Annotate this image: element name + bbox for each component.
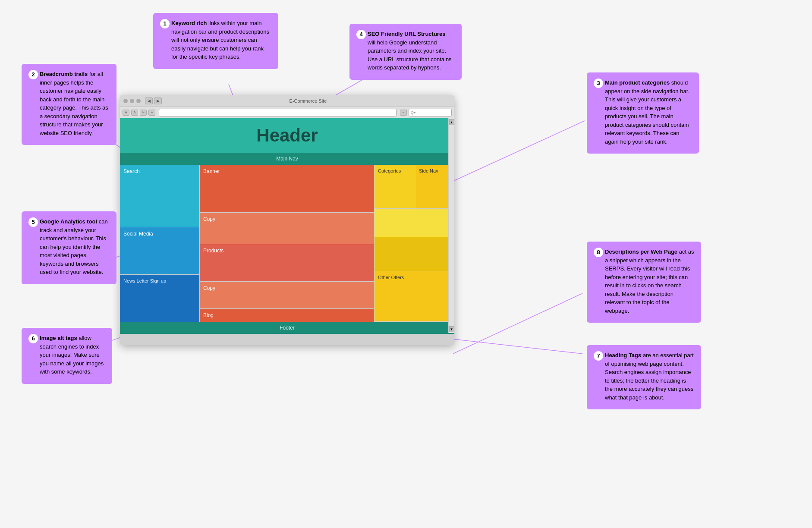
browser-title: E-Commerce Site — [165, 98, 451, 104]
callout-number-8: 8 — [594, 248, 603, 257]
right-column: Categories Side Nav Other Offers — [375, 165, 454, 322]
main-nav: Main Nav — [120, 153, 454, 165]
right-mid-bottom — [375, 237, 454, 272]
copy-top-section: Copy — [200, 213, 374, 244]
browser-window: ◀ ▶ E-Commerce Site A A ✂ + − Q▾ Header … — [120, 95, 454, 345]
banner-section: Banner — [200, 165, 374, 213]
callout-4: 4 SEO Friendly URL Structures will help … — [349, 24, 462, 80]
center-column: Banner Copy Products Copy Blog — [200, 165, 375, 322]
callout-6: 6 Image alt tags allow search engines to… — [22, 328, 112, 384]
toolbar-btn-scissors[interactable]: ✂ — [140, 110, 147, 116]
callout-2: 2 Breadcrumb trails for all inner pages … — [22, 64, 116, 145]
toolbar-btn-plus[interactable]: + — [148, 110, 155, 116]
callout-6-text: Image alt tags allow search engines to i… — [40, 334, 105, 376]
callout-1-text: Keyword rich links within your main navi… — [171, 19, 271, 61]
callout-number-1: 1 — [160, 19, 170, 28]
newsletter-section: News Letter Sign up — [120, 275, 199, 322]
svg-line-2 — [453, 121, 585, 181]
products-section: Products — [200, 244, 374, 282]
browser-search-box[interactable]: Q▾ — [409, 109, 452, 116]
site-footer: Footer — [120, 322, 454, 334]
dot-3 — [136, 99, 141, 103]
callout-4-text: SEO Friendly URL Structures will help Go… — [368, 30, 455, 72]
site-header: Header — [120, 118, 454, 153]
blog-section: Blog — [200, 309, 374, 322]
categories-section: Categories — [375, 165, 415, 208]
other-offers-section: Other Offers — [375, 271, 454, 322]
callout-5-text: Google Analytics tool can track and anal… — [40, 217, 110, 277]
callout-5: 5 Google Analytics tool can track and an… — [22, 211, 116, 284]
address-bar[interactable] — [159, 109, 397, 116]
dot-1 — [123, 99, 128, 103]
right-mid-top — [375, 209, 454, 237]
browser-toolbar: A A ✂ + − Q▾ — [120, 107, 454, 118]
callout-number-2: 2 — [28, 70, 38, 79]
callout-2-text: Breadcrumb trails for all inner pages he… — [40, 70, 110, 137]
scrollbar-up[interactable]: ▲ — [449, 119, 454, 125]
left-column: Search Social Media News Letter Sign up — [120, 165, 200, 322]
dot-2 — [130, 99, 134, 103]
back-button[interactable]: ◀ — [145, 97, 153, 104]
browser-dots — [123, 99, 141, 103]
right-top-row: Categories Side Nav — [375, 165, 454, 209]
forward-button[interactable]: ▶ — [154, 97, 162, 104]
callout-3-text: Main product categories should appear on… — [605, 79, 692, 146]
toolbar-btn-minus[interactable]: − — [400, 110, 407, 116]
callout-1: 1 Keyword rich links within your main na… — [153, 13, 278, 69]
site-header-text: Header — [256, 125, 318, 146]
callout-7: 7 Heading Tags are an essential part of … — [587, 345, 701, 409]
callout-number-7: 7 — [594, 351, 603, 361]
toolbar-btn-a2[interactable]: A — [131, 110, 138, 116]
social-media-section: Social Media — [120, 227, 199, 275]
toolbar-btn-a1[interactable]: A — [123, 110, 129, 116]
scrollbar[interactable]: ▲ ▼ — [448, 118, 454, 333]
svg-line-7 — [453, 293, 582, 354]
callout-number-4: 4 — [356, 30, 366, 39]
browser-content: Header Main Nav Search Social Media News… — [120, 118, 454, 334]
browser-titlebar: ◀ ▶ E-Commerce Site — [120, 95, 454, 107]
callout-7-text: Heading Tags are an essential part of op… — [605, 351, 694, 402]
callout-8-text: Descriptions per Web Page act as a snipp… — [605, 248, 694, 315]
copy-bottom-section: Copy — [200, 282, 374, 309]
search-section: Search — [120, 165, 199, 227]
callout-8: 8 Descriptions per Web Page act as a sni… — [587, 242, 701, 323]
callout-number-6: 6 — [28, 334, 38, 343]
scrollbar-down[interactable]: ▼ — [449, 326, 454, 332]
browser-nav-buttons: ◀ ▶ — [145, 97, 162, 104]
callout-3: 3 Main product categories should appear … — [587, 72, 699, 154]
content-area: Search Social Media News Letter Sign up … — [120, 165, 454, 322]
callout-number-5: 5 — [28, 217, 38, 227]
callout-number-3: 3 — [594, 79, 603, 88]
